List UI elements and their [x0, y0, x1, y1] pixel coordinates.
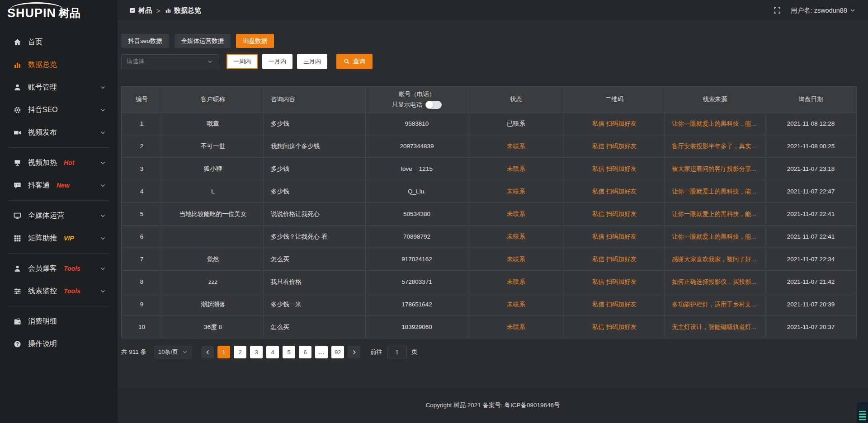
- chevron-down-icon: [207, 59, 213, 65]
- chevron-down-icon: [100, 107, 106, 113]
- sidebar-item-8[interactable]: 矩阵助推VIP: [0, 227, 118, 249]
- app-logo: SHUPIN 树品: [0, 0, 118, 26]
- cell-status: 未联系: [468, 203, 564, 225]
- cell-qrcode[interactable]: 私信 扫码加好友: [564, 180, 665, 202]
- tab-inquiry-data[interactable]: 询盘数据: [236, 34, 274, 48]
- cell-account: 50534380: [366, 203, 468, 225]
- sidebar-item-12[interactable]: ?操作说明: [0, 333, 118, 355]
- cell-content: 多少钱: [264, 180, 366, 202]
- sidebar-item-1[interactable]: 数据总览: [0, 53, 118, 76]
- cell-no: 6: [122, 226, 162, 248]
- chevron-down-icon: [100, 288, 106, 294]
- cell-source[interactable]: 让你一眼就爱上的黑科技，能...: [665, 226, 765, 248]
- cell-source[interactable]: 让你一眼就爱上的黑科技，能...: [665, 203, 765, 225]
- sidebar-item-6[interactable]: 抖客通New: [0, 174, 118, 197]
- page-button-6[interactable]: 6: [299, 346, 311, 358]
- cell-date: 2021-11-07 23:18: [765, 158, 856, 180]
- user-menu[interactable]: 用户名: zswodun88: [791, 6, 855, 15]
- chat-widget[interactable]: [857, 402, 868, 423]
- arrow-right-icon: [351, 349, 357, 355]
- page-button-5[interactable]: 5: [283, 346, 295, 358]
- cell-source[interactable]: 客厅安装投影半年多了，真实...: [665, 135, 765, 157]
- phone-only-toggle[interactable]: [425, 101, 442, 109]
- page-button-more[interactable]: ...: [315, 346, 328, 358]
- screen-icon: [14, 159, 21, 167]
- cell-qrcode[interactable]: 私信 扫码加好友: [564, 226, 665, 248]
- cell-source[interactable]: 多功能护栏灯，适用于乡村文...: [665, 293, 765, 315]
- sidebar-divider: [8, 253, 109, 254]
- cell-content: 多少钱一米: [264, 293, 366, 315]
- cell-source[interactable]: 无主灯设计，智能磁吸轨道灯...: [665, 316, 765, 338]
- page-button-4[interactable]: 4: [266, 346, 279, 358]
- cell-status: 未联系: [468, 158, 564, 180]
- cell-no: 5: [122, 203, 162, 225]
- column-header-source: 线索来源: [665, 87, 765, 112]
- next-page-button[interactable]: [348, 346, 360, 358]
- tab-bar: 抖音seo数据 全媒体运营数据 询盘数据: [121, 34, 857, 48]
- sidebar-item-4[interactable]: 视频发布: [0, 121, 118, 144]
- cell-qrcode[interactable]: 私信 扫码加好友: [564, 271, 665, 293]
- cell-source[interactable]: 感谢大家喜欢我家，被问了好...: [665, 248, 765, 270]
- cell-content: 多少钱: [264, 113, 366, 135]
- page-button-1[interactable]: 1: [217, 346, 230, 358]
- sidebar-item-label: 会员爆客: [28, 264, 57, 273]
- sidebar-divider: [8, 306, 109, 306]
- home-icon: [14, 38, 21, 46]
- cell-source[interactable]: 被大家追着问的客厅投影分享...: [665, 158, 765, 180]
- cell-qrcode[interactable]: 私信 扫码加好友: [564, 248, 665, 270]
- cell-nickname: zzz: [162, 271, 264, 293]
- sidebar-item-0[interactable]: 首页: [0, 31, 118, 53]
- sidebar-item-5[interactable]: 视频加热Hot: [0, 151, 118, 174]
- range-button-quarter[interactable]: 三月内: [297, 54, 327, 69]
- column-header-status: 状态: [468, 87, 564, 112]
- cell-qrcode[interactable]: 私信 扫码加好友: [564, 113, 665, 135]
- chevron-down-icon: [100, 235, 106, 241]
- breadcrumb-item-home[interactable]: 树品: [129, 6, 152, 15]
- sidebar-item-2[interactable]: 账号管理: [0, 76, 118, 99]
- page-button-3[interactable]: 3: [250, 346, 263, 358]
- cell-qrcode[interactable]: 私信 扫码加好友: [564, 135, 665, 157]
- filter-select[interactable]: 请选择: [121, 54, 218, 69]
- cell-source[interactable]: 让你一眼就爱上的黑科技，能...: [665, 113, 765, 135]
- page-button-92[interactable]: 92: [331, 346, 344, 358]
- cell-qrcode[interactable]: 私信 扫码加好友: [564, 293, 665, 315]
- cell-qrcode[interactable]: 私信 扫码加好友: [564, 316, 665, 338]
- cell-qrcode[interactable]: 私信 扫码加好友: [564, 203, 665, 225]
- chevron-down-icon: [100, 130, 106, 136]
- fullscreen-icon[interactable]: [774, 7, 781, 14]
- range-button-month[interactable]: 一月内: [262, 54, 292, 69]
- page-button-2[interactable]: 2: [234, 346, 246, 358]
- cell-date: 2021-11-07 22:41: [765, 203, 856, 225]
- goto-suffix: 页: [411, 348, 418, 356]
- sidebar-item-9[interactable]: 会员爆客Tools: [0, 257, 118, 280]
- breadcrumb-item-current[interactable]: 数据总览: [165, 6, 201, 15]
- prev-page-button[interactable]: [201, 346, 214, 358]
- breadcrumb-separator: >: [156, 7, 160, 14]
- content: 抖音seo数据 全媒体运营数据 询盘数据 请选择 一周内 一月内 三月内 查询: [118, 21, 868, 358]
- cell-account: Q_Liu.: [366, 180, 468, 202]
- sidebar-item-7[interactable]: 全媒体运营: [0, 204, 118, 227]
- query-button[interactable]: 查询: [336, 54, 373, 69]
- phone-toggle-label: 只显示电话: [392, 101, 423, 109]
- cell-qrcode[interactable]: 私信 扫码加好友: [564, 158, 665, 180]
- sidebar-item-label: 全媒体运营: [28, 211, 64, 221]
- cell-status: 未联系: [468, 271, 564, 293]
- wallet-icon: [14, 318, 21, 325]
- range-button-week[interactable]: 一周内: [226, 54, 258, 69]
- cell-date: 2021-11-07 22:41: [765, 226, 856, 248]
- pagination: 共 911 条 10条/页 123456...92 前往 页: [121, 346, 857, 358]
- username-label: 用户名: zswodun88: [791, 6, 847, 15]
- chevron-down-icon: [100, 85, 106, 90]
- phone-toggle-row: 只显示电话: [392, 101, 442, 109]
- tab-omnimedia-data[interactable]: 全媒体运营数据: [175, 34, 231, 48]
- inquiry-table: 编号 客户昵称 咨询内容 帐号（电话） 只显示电话 状态 二维码 线索来源 询盘…: [121, 86, 857, 338]
- cell-source[interactable]: 如何正确选择投影仪，买投影...: [665, 271, 765, 293]
- sidebar-item-3[interactable]: 抖音SEO: [0, 99, 118, 121]
- page-size-select[interactable]: 10条/页: [154, 346, 192, 358]
- goto-page-input[interactable]: [387, 346, 407, 358]
- sidebar-item-10[interactable]: 线索监控Tools: [0, 280, 118, 302]
- cell-content: 怎么买: [264, 248, 366, 270]
- sidebar-item-11[interactable]: 消费明细: [0, 310, 118, 333]
- tab-douyin-seo-data[interactable]: 抖音seo数据: [121, 34, 169, 48]
- cell-source[interactable]: 让你一眼就爱上的黑科技，能...: [665, 180, 765, 202]
